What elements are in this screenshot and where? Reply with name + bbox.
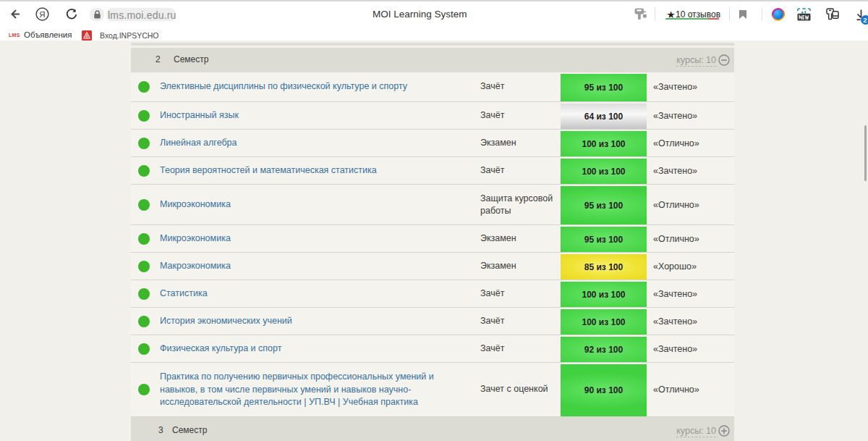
svg-text:Я: Я (39, 10, 45, 19)
